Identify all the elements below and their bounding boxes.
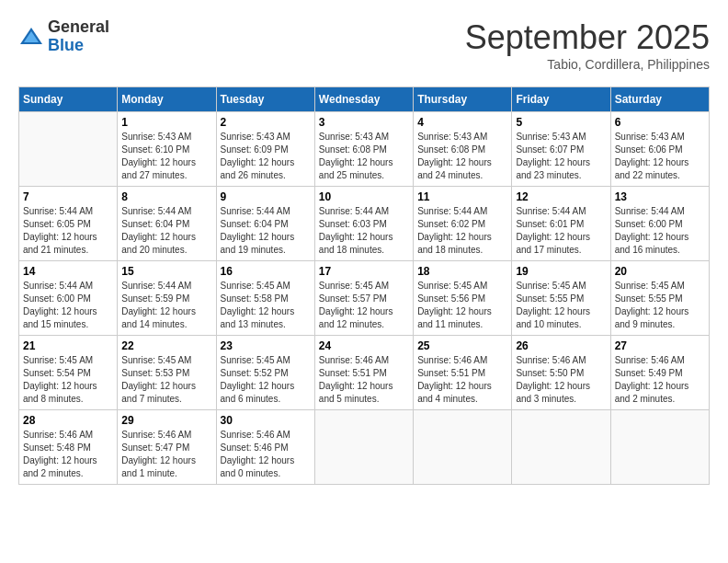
col-header-monday: Monday bbox=[118, 87, 216, 112]
day-info: Sunrise: 5:44 AM Sunset: 6:05 PM Dayligh… bbox=[23, 205, 113, 257]
calendar-cell: 3Sunrise: 5:43 AM Sunset: 6:08 PM Daylig… bbox=[314, 112, 413, 187]
calendar-cell: 28Sunrise: 5:46 AM Sunset: 5:48 PM Dayli… bbox=[19, 410, 118, 485]
calendar-cell: 18Sunrise: 5:45 AM Sunset: 5:56 PM Dayli… bbox=[414, 261, 512, 336]
day-info: Sunrise: 5:44 AM Sunset: 6:02 PM Dayligh… bbox=[417, 205, 507, 257]
col-header-sunday: Sunday bbox=[19, 87, 118, 112]
day-number: 28 bbox=[23, 414, 113, 427]
day-info: Sunrise: 5:44 AM Sunset: 6:01 PM Dayligh… bbox=[516, 205, 606, 257]
calendar-cell bbox=[512, 410, 610, 485]
day-info: Sunrise: 5:46 AM Sunset: 5:50 PM Dayligh… bbox=[516, 354, 606, 406]
day-info: Sunrise: 5:45 AM Sunset: 5:58 PM Dayligh… bbox=[221, 280, 311, 331]
day-number: 25 bbox=[417, 339, 507, 352]
calendar-header-row: SundayMondayTuesdayWednesdayThursdayFrid… bbox=[19, 87, 710, 112]
day-number: 30 bbox=[221, 414, 311, 427]
calendar-cell bbox=[314, 410, 413, 485]
day-info: Sunrise: 5:46 AM Sunset: 5:51 PM Dayligh… bbox=[417, 354, 507, 406]
calendar-cell: 29Sunrise: 5:46 AM Sunset: 5:47 PM Dayli… bbox=[118, 410, 216, 485]
day-info: Sunrise: 5:43 AM Sunset: 6:09 PM Dayligh… bbox=[221, 131, 311, 182]
col-header-wednesday: Wednesday bbox=[314, 87, 413, 112]
day-info: Sunrise: 5:45 AM Sunset: 5:55 PM Dayligh… bbox=[615, 280, 705, 331]
day-number: 16 bbox=[221, 265, 311, 278]
day-info: Sunrise: 5:44 AM Sunset: 6:00 PM Dayligh… bbox=[23, 280, 113, 331]
calendar-cell: 6Sunrise: 5:43 AM Sunset: 6:06 PM Daylig… bbox=[610, 112, 709, 187]
calendar-cell: 9Sunrise: 5:44 AM Sunset: 6:04 PM Daylig… bbox=[216, 187, 314, 261]
day-number: 9 bbox=[221, 190, 311, 203]
day-info: Sunrise: 5:45 AM Sunset: 5:56 PM Dayligh… bbox=[417, 280, 507, 331]
calendar-cell: 24Sunrise: 5:46 AM Sunset: 5:51 PM Dayli… bbox=[314, 336, 413, 410]
calendar-cell: 23Sunrise: 5:45 AM Sunset: 5:52 PM Dayli… bbox=[216, 336, 314, 410]
day-info: Sunrise: 5:43 AM Sunset: 6:10 PM Dayligh… bbox=[121, 131, 211, 182]
title-block: September 2025 Tabio, Cordillera, Philip… bbox=[465, 18, 710, 72]
logo-blue: Blue bbox=[48, 37, 109, 55]
day-number: 27 bbox=[615, 339, 705, 352]
day-info: Sunrise: 5:46 AM Sunset: 5:51 PM Dayligh… bbox=[319, 354, 409, 406]
month-title: September 2025 bbox=[465, 18, 710, 57]
day-number: 7 bbox=[23, 190, 113, 203]
calendar-cell: 27Sunrise: 5:46 AM Sunset: 5:49 PM Dayli… bbox=[610, 336, 709, 410]
day-number: 3 bbox=[319, 116, 409, 129]
day-info: Sunrise: 5:43 AM Sunset: 6:08 PM Dayligh… bbox=[417, 131, 507, 182]
day-number: 19 bbox=[516, 265, 606, 278]
col-header-saturday: Saturday bbox=[610, 87, 709, 112]
logo-general: General bbox=[48, 18, 109, 37]
calendar-cell: 19Sunrise: 5:45 AM Sunset: 5:55 PM Dayli… bbox=[512, 261, 610, 336]
day-number: 14 bbox=[23, 265, 113, 278]
day-number: 29 bbox=[121, 414, 211, 427]
day-number: 15 bbox=[121, 265, 211, 278]
day-number: 2 bbox=[221, 116, 311, 129]
calendar-cell bbox=[414, 410, 512, 485]
day-number: 13 bbox=[615, 190, 705, 203]
day-number: 4 bbox=[417, 116, 507, 129]
calendar-cell bbox=[19, 112, 118, 187]
day-number: 6 bbox=[615, 116, 705, 129]
day-number: 24 bbox=[319, 339, 409, 352]
calendar-week-1: 1Sunrise: 5:43 AM Sunset: 6:10 PM Daylig… bbox=[19, 112, 710, 187]
day-info: Sunrise: 5:43 AM Sunset: 6:08 PM Dayligh… bbox=[319, 131, 409, 182]
day-info: Sunrise: 5:46 AM Sunset: 5:49 PM Dayligh… bbox=[615, 354, 705, 406]
calendar-cell: 10Sunrise: 5:44 AM Sunset: 6:03 PM Dayli… bbox=[314, 187, 413, 261]
day-number: 5 bbox=[516, 116, 606, 129]
day-info: Sunrise: 5:45 AM Sunset: 5:52 PM Dayligh… bbox=[221, 354, 311, 406]
calendar-cell: 17Sunrise: 5:45 AM Sunset: 5:57 PM Dayli… bbox=[314, 261, 413, 336]
day-number: 21 bbox=[23, 339, 113, 352]
calendar-cell: 26Sunrise: 5:46 AM Sunset: 5:50 PM Dayli… bbox=[512, 336, 610, 410]
calendar-cell: 1Sunrise: 5:43 AM Sunset: 6:10 PM Daylig… bbox=[118, 112, 216, 187]
col-header-friday: Friday bbox=[512, 87, 610, 112]
day-number: 12 bbox=[516, 190, 606, 203]
calendar-cell: 20Sunrise: 5:45 AM Sunset: 5:55 PM Dayli… bbox=[610, 261, 709, 336]
day-info: Sunrise: 5:45 AM Sunset: 5:53 PM Dayligh… bbox=[121, 354, 211, 406]
calendar-week-5: 28Sunrise: 5:46 AM Sunset: 5:48 PM Dayli… bbox=[19, 410, 710, 485]
calendar-cell: 16Sunrise: 5:45 AM Sunset: 5:58 PM Dayli… bbox=[216, 261, 314, 336]
day-info: Sunrise: 5:45 AM Sunset: 5:55 PM Dayligh… bbox=[516, 280, 606, 331]
day-number: 10 bbox=[319, 190, 409, 203]
logo-text: General Blue bbox=[48, 18, 109, 55]
calendar-cell: 2Sunrise: 5:43 AM Sunset: 6:09 PM Daylig… bbox=[216, 112, 314, 187]
calendar-cell: 22Sunrise: 5:45 AM Sunset: 5:53 PM Dayli… bbox=[118, 336, 216, 410]
calendar-cell: 14Sunrise: 5:44 AM Sunset: 6:00 PM Dayli… bbox=[19, 261, 118, 336]
calendar-cell: 25Sunrise: 5:46 AM Sunset: 5:51 PM Dayli… bbox=[414, 336, 512, 410]
calendar-cell: 21Sunrise: 5:45 AM Sunset: 5:54 PM Dayli… bbox=[19, 336, 118, 410]
calendar-cell: 7Sunrise: 5:44 AM Sunset: 6:05 PM Daylig… bbox=[19, 187, 118, 261]
calendar-cell: 30Sunrise: 5:46 AM Sunset: 5:46 PM Dayli… bbox=[216, 410, 314, 485]
day-number: 18 bbox=[417, 265, 507, 278]
col-header-tuesday: Tuesday bbox=[216, 87, 314, 112]
calendar-week-4: 21Sunrise: 5:45 AM Sunset: 5:54 PM Dayli… bbox=[19, 336, 710, 410]
day-info: Sunrise: 5:44 AM Sunset: 6:04 PM Dayligh… bbox=[121, 205, 211, 257]
day-number: 8 bbox=[121, 190, 211, 203]
day-info: Sunrise: 5:46 AM Sunset: 5:46 PM Dayligh… bbox=[221, 429, 311, 480]
calendar-cell: 13Sunrise: 5:44 AM Sunset: 6:00 PM Dayli… bbox=[610, 187, 709, 261]
calendar-cell: 8Sunrise: 5:44 AM Sunset: 6:04 PM Daylig… bbox=[118, 187, 216, 261]
day-info: Sunrise: 5:45 AM Sunset: 5:57 PM Dayligh… bbox=[319, 280, 409, 331]
col-header-thursday: Thursday bbox=[414, 87, 512, 112]
location-subtitle: Tabio, Cordillera, Philippines bbox=[465, 57, 710, 72]
day-info: Sunrise: 5:43 AM Sunset: 6:06 PM Dayligh… bbox=[615, 131, 705, 182]
calendar-cell: 5Sunrise: 5:43 AM Sunset: 6:07 PM Daylig… bbox=[512, 112, 610, 187]
calendar-cell: 11Sunrise: 5:44 AM Sunset: 6:02 PM Dayli… bbox=[414, 187, 512, 261]
calendar-table: SundayMondayTuesdayWednesdayThursdayFrid… bbox=[18, 86, 710, 485]
day-number: 17 bbox=[319, 265, 409, 278]
logo: General Blue bbox=[18, 18, 109, 55]
day-info: Sunrise: 5:44 AM Sunset: 6:00 PM Dayligh… bbox=[615, 205, 705, 257]
day-info: Sunrise: 5:46 AM Sunset: 5:48 PM Dayligh… bbox=[23, 429, 113, 480]
calendar-cell: 4Sunrise: 5:43 AM Sunset: 6:08 PM Daylig… bbox=[414, 112, 512, 187]
calendar-week-2: 7Sunrise: 5:44 AM Sunset: 6:05 PM Daylig… bbox=[19, 187, 710, 261]
